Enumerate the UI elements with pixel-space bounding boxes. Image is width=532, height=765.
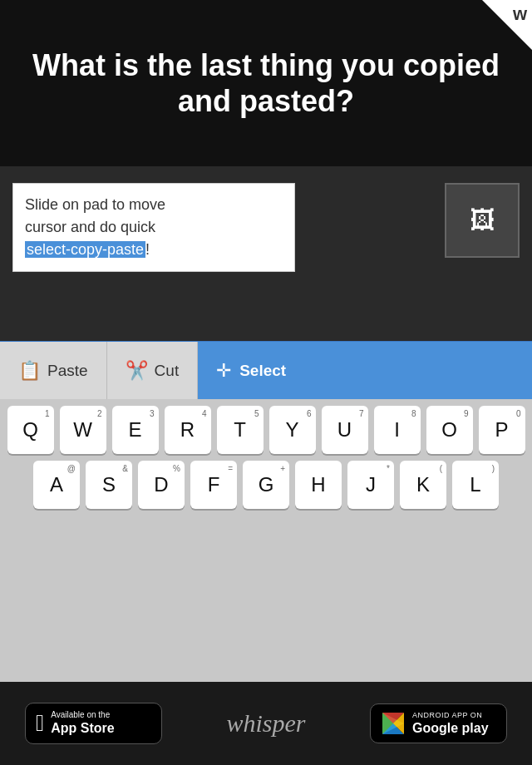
instruction-line2: cursor and do quick [25,219,155,235]
keyboard-row-2: @A &S %D =F +G H *J (K )L [5,461,527,509]
paste-icon: 📋 [18,360,41,382]
key-s[interactable]: &S [86,461,132,509]
whisper-logo: whisper [226,709,305,738]
question-text: What is the last thing you copied and pa… [17,47,515,119]
keyboard-row-1: 1Q 2W 3E 4R 5T 6Y 7U 8I 9O 0P [5,406,527,454]
apple-icon:  [36,710,44,737]
instruction-line1: Slide on pad to move [25,196,165,213]
key-h[interactable]: H [295,461,342,509]
key-y[interactable]: 6Y [269,406,316,454]
key-j[interactable]: *J [347,461,394,509]
key-g[interactable]: +G [243,461,289,509]
cut-button[interactable]: ✂️ Cut [107,342,199,399]
select-label: Select [239,362,286,380]
instruction-line3: ! [145,241,150,258]
cut-label: Cut [155,362,180,380]
paste-button[interactable]: 📋 Paste [0,342,107,399]
google-play-button[interactable]: ANDROID APP ON Google play [370,703,507,743]
image-icon-box: 🖼 [445,183,520,258]
select-move-icon: ✛ [216,360,231,382]
key-d[interactable]: %D [138,461,185,509]
app-store-button[interactable]:  Available on the App Store [25,703,162,744]
paste-label: Paste [47,362,88,380]
key-t[interactable]: 5T [217,406,264,454]
key-f[interactable]: =F [190,461,237,509]
key-l[interactable]: )L [452,461,499,509]
keyboard-area: 1Q 2W 3E 4R 5T 6Y 7U 8I 9O 0P @A &S %D =… [0,399,532,682]
instruction-highlight: select-copy-paste [25,241,145,258]
app-store-small-text: Available on the [51,710,114,720]
google-play-small-text: ANDROID APP ON [412,711,489,720]
cut-icon: ✂️ [126,360,148,382]
key-k[interactable]: (K [400,461,446,509]
google-play-big-text: Google play [412,720,489,736]
key-i[interactable]: 8I [374,406,421,454]
google-play-icon [381,711,406,736]
key-w[interactable]: 2W [60,406,106,454]
image-icon: 🖼 [470,206,495,234]
text-input-area: Slide on pad to move cursor and do quick… [0,166,532,341]
footer:  Available on the App Store whisper AND… [0,682,532,765]
keyboard-section: Slide on pad to move cursor and do quick… [0,166,532,682]
key-o[interactable]: 9O [426,406,473,454]
slide-instruction-box: Slide on pad to move cursor and do quick… [12,183,295,272]
key-r[interactable]: 4R [165,406,211,454]
key-u[interactable]: 7U [322,406,368,454]
app-store-big-text: App Store [51,720,114,736]
key-a[interactable]: @A [33,461,80,509]
key-p[interactable]: 0P [479,406,525,454]
google-play-text: ANDROID APP ON Google play [412,711,489,736]
toolbar-row: 📋 Paste ✂️ Cut ✛ Select [0,341,532,399]
key-e[interactable]: 3E [112,406,159,454]
watermark-letter: w [513,3,527,25]
question-section: What is the last thing you copied and pa… [0,0,532,166]
key-q[interactable]: 1Q [7,406,54,454]
select-button[interactable]: ✛ Select [198,342,532,399]
app-store-text: Available on the App Store [51,710,114,736]
